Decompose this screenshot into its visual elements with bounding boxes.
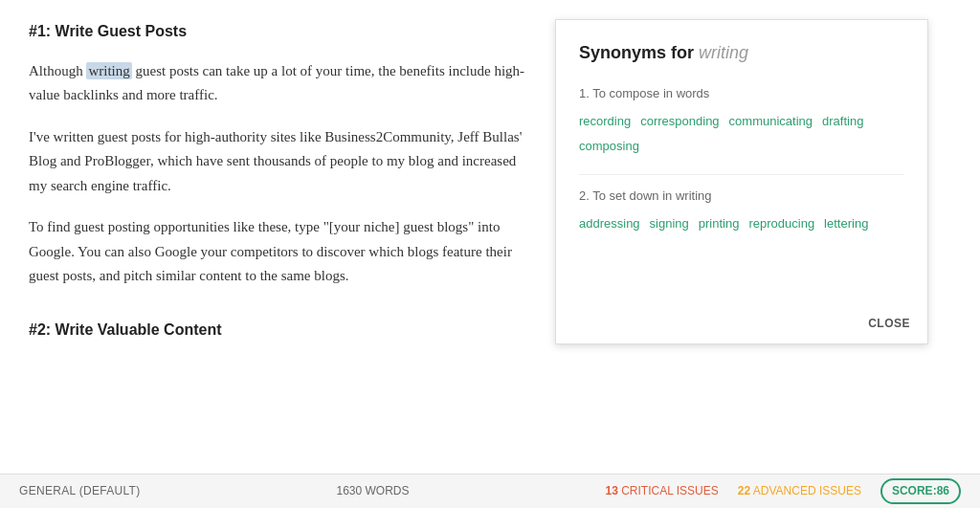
critical-count: 13 [606, 484, 618, 497]
text-area: #1: Write Guest Posts Although writing g… [0, 0, 555, 508]
synonym-composing[interactable]: composing [579, 137, 639, 157]
status-word-count: 1630 WORDS [336, 482, 409, 500]
synonym-signing[interactable]: signing [650, 214, 689, 234]
synonyms-list-2: addressing signing printing reproducing … [579, 214, 904, 234]
synonyms-panel: Synonyms for writing 1. To compose in wo… [555, 19, 928, 344]
synonym-drafting[interactable]: drafting [822, 112, 863, 132]
synonym-reproducing[interactable]: reproducing [748, 214, 814, 234]
score-badge: SCORE:86 [880, 478, 961, 504]
paragraph-3: To find guest posting opportunities like… [29, 215, 526, 289]
critical-issues: 13 CRITICAL ISSUES [606, 482, 719, 500]
critical-label: CRITICAL ISSUES [621, 484, 719, 497]
advanced-issues: 22 ADVANCED ISSUES [738, 482, 861, 500]
definition-section-2: 2. To set down in writing addressing sig… [579, 187, 904, 234]
definition-label-1: 1. To compose in words [579, 84, 904, 104]
synonym-lettering[interactable]: lettering [824, 214, 868, 234]
synonyms-list-1: recording corresponding communicating dr… [579, 112, 904, 158]
close-button[interactable]: CLOSE [868, 317, 910, 330]
score-value: 86 [937, 484, 949, 497]
advanced-count: 22 [738, 484, 750, 497]
synonyms-title-prefix: Synonyms for [579, 43, 699, 62]
synonym-addressing[interactable]: addressing [579, 214, 640, 234]
status-bar: GENERAL (DEFAULT) 1630 WORDS 13 CRITICAL… [0, 474, 980, 508]
synonym-printing[interactable]: printing [699, 214, 740, 234]
synonym-communicating[interactable]: communicating [729, 112, 813, 132]
synonym-corresponding[interactable]: corresponding [640, 112, 719, 132]
synonym-recording[interactable]: recording [579, 112, 631, 132]
paragraph-2: I've written guest posts for high-author… [29, 125, 526, 199]
definition-label-2: 2. To set down in writing [579, 187, 904, 207]
definition-section-1: 1. To compose in words recording corresp… [579, 84, 904, 157]
highlighted-writing[interactable]: writing [86, 62, 131, 79]
synonyms-query-word: writing [699, 43, 748, 62]
main-content: #1: Write Guest Posts Although writing g… [0, 0, 980, 508]
advanced-label: ADVANCED ISSUES [753, 484, 861, 497]
synonyms-title: Synonyms for writing [579, 39, 904, 67]
score-label: SCORE: [892, 484, 937, 497]
heading-2: #2: Write Valuable Content [29, 318, 526, 342]
status-mode: GENERAL (DEFAULT) [19, 482, 140, 500]
status-right: 13 CRITICAL ISSUES 22 ADVANCED ISSUES SC… [606, 478, 961, 504]
heading-1: #1: Write Guest Posts [29, 19, 526, 44]
paragraph-1: Although writing guest posts can take up… [29, 59, 526, 108]
divider [579, 174, 904, 175]
para1-before: Although [29, 63, 86, 78]
